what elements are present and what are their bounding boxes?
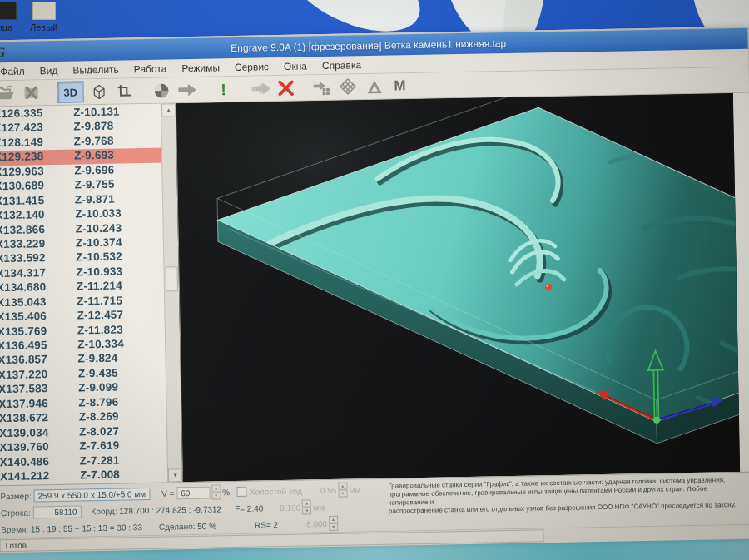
coords-z-value: Z-8.027 (79, 424, 119, 439)
line-field[interactable]: 58110 (32, 505, 81, 518)
coords-z-value: Z-10.243 (76, 221, 122, 236)
send-to-machine-button[interactable] (311, 77, 333, 97)
coords-z-value: Z-9.755 (75, 178, 115, 193)
view-3d-button[interactable]: 3D (57, 81, 83, 103)
menu-item[interactable]: Выделить (65, 62, 126, 77)
sphere-mode-button[interactable] (150, 80, 171, 100)
coords-x-value: X134.680 (0, 280, 77, 296)
desktop-icon-levyi-label: Левый (30, 22, 57, 32)
coords-z-value: Z-10.033 (75, 207, 122, 222)
coords-x-value: X141.212 (0, 468, 80, 484)
coords-z-value: Z-9.871 (75, 192, 115, 207)
step-spinner[interactable]: ▲▼ (302, 499, 311, 514)
min-spinner[interactable]: ▲▼ (329, 516, 338, 531)
coords-x-value: X133.229 (0, 236, 76, 252)
scroll-down-button[interactable]: ▼ (168, 468, 182, 482)
coords-z-value: Z-11.715 (77, 294, 122, 309)
coords-x-value: X140.486 (0, 454, 80, 470)
menu-item[interactable]: Режимы (174, 60, 227, 76)
line-label: Строка: (1, 508, 31, 518)
stop-button[interactable] (275, 78, 296, 98)
size-label: Размер: (0, 491, 31, 501)
idle-move-label: Холостой ход (250, 486, 302, 496)
scroll-thumb[interactable] (166, 266, 179, 291)
recycle-button[interactable] (363, 77, 384, 97)
size-field[interactable]: 259.9 x 550.0 x 15.0/+5.0 мм (33, 487, 150, 502)
coords-x-value: X135.406 (0, 310, 77, 325)
coords-z-value: Z-10.374 (76, 235, 122, 250)
macro-button[interactable]: M (389, 76, 410, 96)
desktop-icon-levyi[interactable]: Левый (30, 2, 57, 32)
coords-z-value: Z-10.532 (76, 250, 122, 265)
coords-z-value: Z-7.008 (80, 468, 120, 483)
open-file-button[interactable] (0, 83, 17, 103)
coords-z-value: Z-10.334 (77, 337, 124, 352)
coords-x-value: X128.149 (0, 135, 74, 151)
coords-z-value: Z-11.214 (77, 280, 122, 295)
menu-item[interactable]: Окна (276, 58, 315, 74)
desktop-icon-partial[interactable]: ица (0, 2, 17, 32)
coords-z-value: Z-8.796 (78, 395, 118, 410)
close-file-button[interactable] (20, 82, 42, 102)
percent-label: % (222, 488, 230, 497)
speed-field[interactable]: 60 (176, 486, 210, 499)
coords-x-value: X136.857 (0, 353, 78, 369)
grid-button[interactable] (337, 77, 359, 97)
step-unit: мм (313, 503, 325, 512)
run-button[interactable] (176, 80, 197, 100)
done-label: Сделано: (159, 521, 196, 531)
coords-x-value: X132.866 (0, 222, 76, 238)
desktop-icon-partial-label: ица (0, 22, 12, 32)
menu-item[interactable]: Файл (0, 63, 32, 79)
idle-move-checkbox[interactable] (236, 487, 246, 497)
time-label: Время: (1, 524, 28, 534)
menu-item[interactable]: Сервис (227, 59, 276, 75)
menu-item[interactable]: Вид (32, 62, 66, 78)
continue-button-disabled[interactable] (249, 78, 270, 98)
coords-x-value: X133.592 (0, 251, 76, 267)
min-value: 6.000 (306, 519, 327, 528)
idle-unit: мм (349, 485, 360, 494)
start-engrave-button[interactable]: ! (212, 79, 234, 99)
license-notice: Гравировальные станки серии "График", а … (388, 476, 738, 516)
cube-view-button[interactable] (87, 82, 109, 102)
coords-x-value: X136.495 (0, 339, 77, 354)
coords-x-value: X135.769 (0, 324, 77, 339)
coords-x-value: X126.335 (0, 107, 73, 122)
coords-z-value: Z-8.269 (79, 410, 119, 425)
coords-x-value: X137.946 (0, 396, 79, 412)
coords-z-value: Z-9.693 (74, 149, 114, 164)
gcode-coordinate-list: X126.335 Z-10.131 X127.423 Z-9.878 X128.… (0, 104, 167, 486)
desktop-icon-levyi-glyph (32, 2, 56, 20)
step-value: 0.100 (280, 503, 300, 512)
main-area: X126.335 Z-10.131 X127.423 Z-9.878 X128.… (0, 93, 749, 486)
desktop-icon-partial-glyph (0, 2, 17, 20)
speed-spinner[interactable]: ▲▼ (211, 484, 221, 499)
coords-x-value: X129.238 (0, 150, 74, 166)
coords-x-value: X130.689 (0, 179, 75, 195)
coords-z-value: Z-9.878 (73, 120, 113, 135)
done-value: 50 % (197, 521, 216, 530)
scroll-up-button[interactable]: ▲ (161, 103, 176, 116)
coord-label: Коорд: (91, 506, 117, 516)
menu-item[interactable]: Справка (315, 57, 369, 73)
relief-3d-render (176, 93, 740, 482)
coords-z-value: Z-7.619 (79, 439, 119, 454)
coords-x-value: X135.043 (0, 295, 77, 310)
region-select-button[interactable] (113, 81, 135, 101)
coords-x-value: X139.034 (0, 425, 79, 441)
menu-item[interactable]: Работа (126, 61, 175, 77)
coords-z-value: Z-10.933 (76, 265, 122, 280)
coord-values: 128.700 : 274.825 : -9.7312 (119, 504, 221, 515)
coords-z-value: Z-9.768 (74, 135, 114, 150)
3d-preview-viewport[interactable] (176, 93, 740, 482)
idle-spinner[interactable]: ▲▼ (338, 483, 347, 498)
idle-value: 0.55 (320, 485, 337, 494)
coords-z-value: Z-12.457 (77, 309, 123, 324)
speed-label: V = (161, 488, 174, 498)
engrave-app-window: G Engrave 9.0A (1) [фрезерование] Ветка … (0, 27, 749, 548)
coords-x-value: X137.220 (0, 367, 78, 383)
coords-z-value: Z-9.824 (77, 352, 117, 367)
coords-x-value: X134.317 (0, 265, 77, 281)
time-value: 15 : 19 : 55 + 15 : 13 = 30 : 33 (31, 523, 142, 533)
